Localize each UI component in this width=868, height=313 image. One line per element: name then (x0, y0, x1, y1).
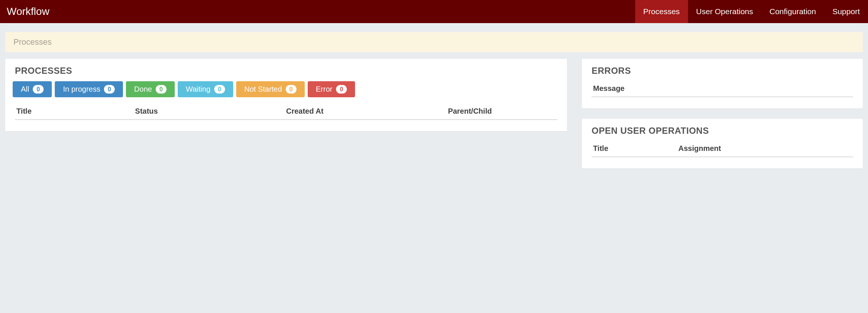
nav-processes[interactable]: Processes (635, 0, 688, 23)
filter-label: Done (134, 85, 152, 94)
col-title: Title (16, 107, 135, 116)
filter-label: Waiting (186, 85, 210, 94)
filter-label: Not Started (244, 85, 282, 94)
filter-count-badge: 0 (156, 85, 167, 94)
processes-panel-title: PROCESSES (15, 66, 557, 76)
navbar-items: Processes User Operations Configuration … (635, 0, 868, 23)
breadcrumb: Processes (5, 32, 863, 52)
filter-all[interactable]: All 0 (13, 81, 52, 97)
col-created-at: Created At (286, 107, 448, 116)
user-operations-panel-title: OPEN USER OPERATIONS (592, 126, 853, 136)
filter-label: In progress (63, 85, 100, 94)
col-assignment: Assignment (678, 144, 852, 153)
col-parent-child: Parent/Child (448, 107, 556, 116)
errors-panel-title: ERRORS (592, 66, 853, 76)
nav-support[interactable]: Support (824, 0, 868, 23)
processes-table-header: Title Status Created At Parent/Child (15, 104, 557, 120)
navbar: Workflow Processes User Operations Confi… (0, 0, 868, 23)
col-title: Title (593, 144, 678, 153)
filter-count-badge: 0 (286, 85, 297, 94)
filter-not-started[interactable]: Not Started 0 (236, 81, 305, 97)
filter-waiting[interactable]: Waiting 0 (178, 81, 233, 97)
errors-table-header: Message (592, 81, 853, 97)
filter-label: All (21, 85, 29, 94)
filter-error[interactable]: Error 0 (308, 81, 355, 97)
errors-panel: ERRORS Message (582, 59, 863, 108)
nav-configuration[interactable]: Configuration (761, 0, 824, 23)
filter-done[interactable]: Done 0 (126, 81, 175, 97)
filter-label: Error (316, 85, 332, 94)
filter-chip-row: All 0 In progress 0 Done 0 Waiting 0 (13, 81, 557, 97)
processes-panel: PROCESSES All 0 In progress 0 Done 0 (5, 59, 567, 131)
user-operations-table-header: Title Assignment (592, 141, 853, 157)
nav-user-operations[interactable]: User Operations (688, 0, 761, 23)
user-operations-panel: OPEN USER OPERATIONS Title Assignment (582, 119, 863, 168)
filter-count-badge: 0 (33, 85, 44, 94)
filter-count-badge: 0 (104, 85, 115, 94)
col-status: Status (135, 107, 286, 116)
filter-count-badge: 0 (336, 85, 347, 94)
filter-count-badge: 0 (214, 85, 225, 94)
navbar-brand[interactable]: Workflow (7, 0, 57, 23)
col-message: Message (593, 84, 852, 93)
filter-in-progress[interactable]: In progress 0 (55, 81, 123, 97)
